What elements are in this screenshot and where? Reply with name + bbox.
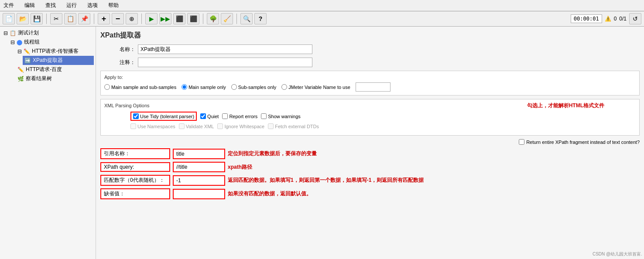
toolbar-sep-3: [141, 14, 142, 24]
radio-main-sub-input[interactable]: [104, 84, 110, 90]
tree-item-result[interactable]: 🌿 察看结果树: [16, 74, 94, 83]
cb-quiet[interactable]: Quiet: [200, 113, 219, 119]
match-no-row: 匹配数字（0代表随机）： 返回匹配的数据。如果填写1，则返回第一个数据，如果填写…: [100, 175, 640, 186]
cb-validate-xml-label: Validate XML: [186, 124, 214, 129]
menu-bar: 文件 编辑 查找 运行 选项 帮助: [0, 0, 644, 11]
tree-label-xpath: XPath提取器: [33, 57, 63, 64]
comment-input[interactable]: [138, 58, 312, 67]
return-fragment-input[interactable]: [519, 139, 524, 145]
xpath-icon: ➡️: [24, 58, 31, 64]
tree-item-http2[interactable]: ✏️ HTTP请求-百度: [16, 65, 94, 74]
radio-main-only-input[interactable]: [182, 84, 187, 90]
radio-sub-only[interactable]: Sub-samples only: [231, 84, 276, 90]
paste-button[interactable]: 📌: [78, 13, 90, 24]
help-button[interactable]: ?: [254, 13, 267, 24]
ref-name-input[interactable]: [173, 149, 225, 159]
copy-button[interactable]: 📋: [64, 13, 76, 24]
xpath-query-annotation: xpath路径: [228, 164, 640, 171]
menu-edit[interactable]: 编辑: [23, 1, 37, 10]
cb-namespaces: Use Namespaces: [130, 123, 175, 129]
cut-button[interactable]: ✂: [50, 13, 62, 24]
add-button[interactable]: +: [98, 13, 110, 24]
jmeter-var-input[interactable]: [356, 82, 391, 92]
radio-main-only-label: Main sample only: [188, 85, 226, 90]
menu-options[interactable]: 选项: [86, 1, 99, 10]
cb-show-warnings-label: Show warnings: [268, 114, 301, 119]
cb-namespaces-label: Use Namespaces: [137, 124, 175, 129]
xpath-query-row: XPath query: xpath路径: [100, 162, 640, 172]
error-count: 0/1: [619, 16, 627, 22]
menu-run[interactable]: 运行: [65, 1, 79, 10]
cb-use-tidy[interactable]: Use Tidy (tolerant parser): [130, 112, 197, 121]
main-layout: ⊟ 📋 测试计划 ⊟ ⬤ 线程组 ⊟ ✏️ HTTP请求-传智播客 ➡️ XPa…: [0, 27, 644, 259]
clear-button[interactable]: 🧹: [221, 13, 233, 24]
expand-group-icon: ⊟: [10, 39, 15, 45]
new-button[interactable]: 📄: [3, 13, 15, 24]
default-input[interactable]: [173, 189, 225, 199]
xml-section: XML Parsing Options 勾选上，才能解析HTML格式文件 Use…: [100, 99, 640, 136]
tree-item-http1[interactable]: ⊟ ✏️ HTTP请求-传智播客: [16, 47, 94, 56]
toolbar-sep-1: [46, 14, 47, 24]
left-panel: ⊟ 📋 测试计划 ⊟ ⬤ 线程组 ⊟ ✏️ HTTP请求-传智播客 ➡️ XPa…: [0, 27, 96, 259]
result-icon: 🌿: [17, 76, 24, 82]
warning-icon: ⚠️: [605, 16, 611, 22]
radio-sub-only-label: Sub-samples only: [238, 85, 276, 90]
cb-validate-xml: Validate XML: [179, 123, 214, 129]
return-row: Return entire XPath fragment instead of …: [100, 139, 640, 145]
match-no-input[interactable]: [173, 175, 225, 186]
tree-item-group[interactable]: ⊟ ⬤ 线程组: [9, 37, 94, 47]
xpath-query-input[interactable]: [173, 162, 225, 172]
warning-count: 0: [614, 16, 617, 22]
menu-find[interactable]: 查找: [44, 1, 58, 10]
tree-item-root[interactable]: ⊟ 📋 测试计划: [2, 28, 94, 37]
play-button[interactable]: ▶: [145, 13, 158, 24]
toolbar: 📄 📂 💾 ✂ 📋 📌 + − ⊕ ▶ ▶▶ ⬛ ⬛ 🌳 🧹 🔍 ? 00:00…: [0, 11, 644, 27]
tree-label-http1: HTTP请求-传智播客: [32, 48, 79, 55]
play-all-button[interactable]: ▶▶: [159, 13, 171, 24]
cb-report-errors-label: Report errors: [229, 114, 257, 119]
radio-jmeter-var-input[interactable]: [281, 84, 287, 90]
duplicate-button[interactable]: ⊕: [126, 13, 138, 24]
toolbar-sep-2: [94, 14, 94, 24]
toolbar-right: 00:00:01 ⚠️ 0 0/1 ↺: [571, 13, 641, 24]
remove-button[interactable]: −: [112, 13, 124, 24]
comment-row: 注释：: [100, 58, 640, 67]
cb-report-errors-input[interactable]: [222, 113, 228, 119]
radio-main-only[interactable]: Main sample only: [182, 84, 226, 90]
expand-root-icon: ⊟: [3, 30, 8, 36]
ref-name-annotation: 定位到指定元素数据后，要保存的变量: [228, 150, 640, 157]
radio-main-sub[interactable]: Main sample and sub-samples: [104, 84, 176, 90]
tree-label-result: 察看结果树: [26, 75, 52, 82]
cb-ignore-whitespace-label: Ignore Whitespace: [224, 124, 264, 129]
tree-item-xpath[interactable]: ➡️ XPath提取器: [23, 56, 94, 65]
cb-show-warnings[interactable]: Show warnings: [261, 113, 301, 119]
tree-button[interactable]: 🌳: [207, 13, 219, 24]
stop-all-button[interactable]: ⬛: [187, 13, 199, 24]
name-label: 名称：: [100, 46, 135, 53]
reset-button[interactable]: ↺: [629, 13, 641, 24]
radio-jmeter-var[interactable]: JMeter Variable Name to use: [281, 84, 350, 90]
cb-ignore-whitespace: Ignore Whitespace: [217, 123, 264, 129]
cb-ignore-whitespace-input: [217, 123, 223, 129]
comment-label: 注释：: [100, 59, 135, 66]
open-button[interactable]: 📂: [17, 13, 29, 24]
cb-quiet-input[interactable]: [200, 113, 206, 119]
radio-sub-only-input[interactable]: [231, 84, 237, 90]
radio-main-sub-label: Main sample and sub-samples: [111, 85, 176, 90]
cb-use-tidy-input[interactable]: [133, 113, 139, 119]
search-button[interactable]: 🔍: [240, 13, 253, 24]
cb-fetch-dtds: Fetch external DTDs: [268, 123, 319, 129]
name-input[interactable]: [138, 44, 312, 54]
save-button[interactable]: 💾: [31, 13, 43, 24]
cb-namespaces-input: [130, 123, 136, 129]
cb-quiet-label: Quiet: [207, 114, 219, 119]
plan-icon: 📋: [10, 30, 16, 36]
xpath-query-label: XPath query:: [100, 162, 170, 172]
menu-help[interactable]: 帮助: [106, 1, 120, 10]
stop-button[interactable]: ⬛: [173, 13, 185, 24]
default-label: 缺省值：: [100, 188, 170, 199]
menu-file[interactable]: 文件: [2, 1, 16, 10]
cb-report-errors[interactable]: Report errors: [222, 113, 257, 119]
tree-label-http2: HTTP请求-百度: [26, 66, 62, 73]
cb-show-warnings-input[interactable]: [261, 113, 267, 119]
